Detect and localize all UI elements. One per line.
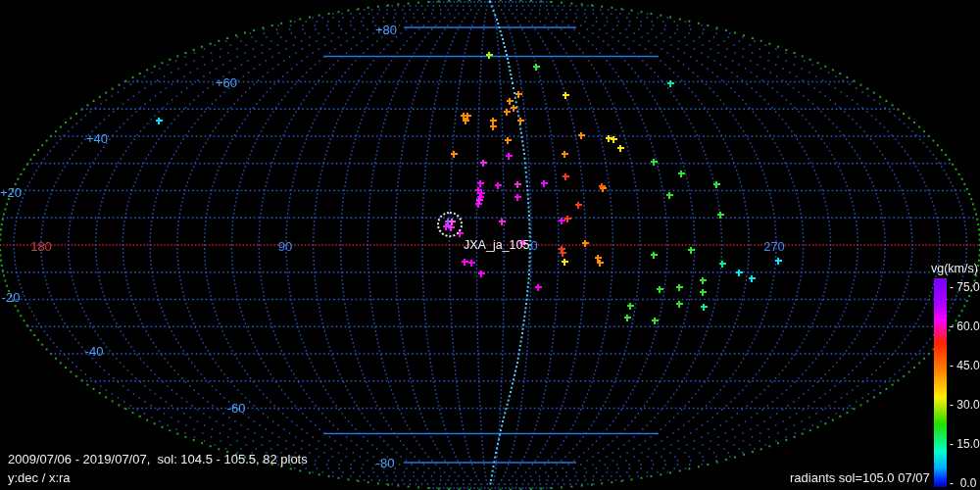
axis-mode-status: y:dec / x:ra [8, 470, 71, 485]
dec-axis-label: -20 [2, 290, 21, 305]
radiant-highlight-circle [437, 212, 463, 237]
ra-axis-label: 0 [530, 238, 537, 253]
ra-axis-label: 90 [278, 239, 292, 254]
colorbar-tick-label: - 15.0 [950, 437, 980, 451]
dec-axis-label: +20 [0, 185, 22, 200]
colorbar-tick-label: - 75.0 [950, 280, 980, 294]
shower-annotation: JXA_ja_105 [464, 238, 529, 252]
dec-axis-label: -80 [376, 456, 395, 470]
colorbar-title: vg(km/s) [931, 262, 978, 275]
colorbar-tick-label: - 30.0 [950, 398, 980, 412]
colorbar-tick-label: - 0.0 [950, 476, 976, 490]
dec-axis-label: +60 [216, 75, 237, 90]
radiant-map-window: +80+60+40+20-20-40-60-80180900270 JXA_ja… [0, 0, 980, 490]
dec-axis-label: +40 [86, 131, 108, 146]
colorbar-tick-label: - 45.0 [950, 359, 980, 372]
dec-axis-label: +80 [375, 23, 397, 37]
radiants-sol-status: radiants sol=105.0 07/07 [790, 470, 930, 485]
dec-axis-label: -40 [85, 344, 104, 359]
ra-axis-label: 180 [30, 239, 52, 254]
colorbar-tick-label: - 60.0 [950, 319, 980, 333]
colorbar-gradient [934, 278, 947, 487]
date-range-status: 2009/07/06 - 2019/07/07, sol: 104.5 - 10… [8, 452, 308, 466]
dec-axis-label: -60 [227, 401, 246, 416]
ra-axis-label: 270 [763, 239, 785, 254]
